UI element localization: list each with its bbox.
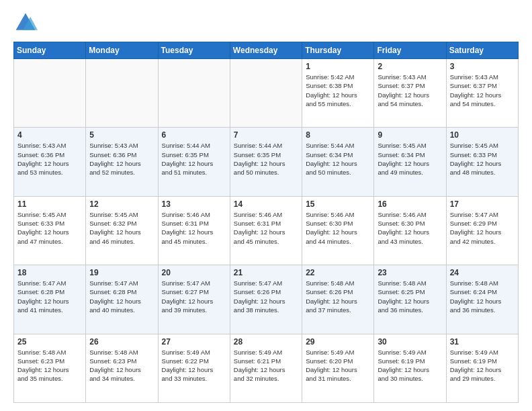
day-number: 2 [378, 62, 442, 71]
day-number: 23 [378, 268, 442, 277]
day-info: Sunrise: 5:49 AMSunset: 6:20 PMDaylight:… [306, 348, 370, 383]
day-info: Sunrise: 5:46 AMSunset: 6:30 PMDaylight:… [306, 210, 370, 246]
calendar-cell: 2Sunrise: 5:43 AMSunset: 6:37 PMDaylight… [374, 59, 446, 128]
day-info: Sunrise: 5:44 AMSunset: 6:34 PMDaylight:… [306, 141, 370, 177]
day-number: 10 [450, 130, 515, 140]
day-number: 9 [378, 130, 442, 140]
day-info: Sunrise: 5:44 AMSunset: 6:35 PMDaylight:… [234, 141, 298, 177]
calendar-cell: 3Sunrise: 5:43 AMSunset: 6:37 PMDaylight… [446, 59, 518, 128]
calendar-cell: 18Sunrise: 5:47 AMSunset: 6:28 PMDayligh… [14, 265, 86, 334]
day-info: Sunrise: 5:48 AMSunset: 6:23 PMDaylight:… [89, 348, 154, 383]
calendar-cell: 4Sunrise: 5:43 AMSunset: 6:36 PMDaylight… [14, 128, 86, 196]
day-info: Sunrise: 5:48 AMSunset: 6:25 PMDaylight:… [378, 279, 442, 314]
calendar-day-header: Wednesday [230, 42, 302, 59]
day-number: 20 [162, 268, 226, 277]
day-number: 19 [89, 268, 154, 277]
day-info: Sunrise: 5:45 AMSunset: 6:33 PMDaylight:… [17, 210, 82, 246]
calendar-cell [158, 59, 230, 128]
day-number: 7 [234, 130, 298, 140]
calendar-cell [86, 59, 158, 128]
day-number: 25 [17, 337, 82, 347]
calendar-cell: 20Sunrise: 5:47 AMSunset: 6:27 PMDayligh… [158, 265, 230, 334]
day-info: Sunrise: 5:48 AMSunset: 6:24 PMDaylight:… [450, 279, 515, 314]
calendar-cell: 28Sunrise: 5:49 AMSunset: 6:21 PMDayligh… [230, 334, 302, 402]
calendar-cell: 13Sunrise: 5:46 AMSunset: 6:31 PMDayligh… [158, 196, 230, 265]
day-info: Sunrise: 5:46 AMSunset: 6:30 PMDaylight:… [378, 210, 442, 246]
calendar-cell: 8Sunrise: 5:44 AMSunset: 6:34 PMDaylight… [302, 128, 374, 196]
calendar-cell: 16Sunrise: 5:46 AMSunset: 6:30 PMDayligh… [374, 196, 446, 265]
calendar-cell: 7Sunrise: 5:44 AMSunset: 6:35 PMDaylight… [230, 128, 302, 196]
calendar-week-row: 1Sunrise: 5:42 AMSunset: 6:38 PMDaylight… [14, 59, 519, 128]
calendar-week-row: 18Sunrise: 5:47 AMSunset: 6:28 PMDayligh… [14, 265, 519, 334]
calendar-cell: 6Sunrise: 5:44 AMSunset: 6:35 PMDaylight… [158, 128, 230, 196]
logo [13, 11, 40, 35]
day-number: 15 [306, 199, 370, 209]
day-info: Sunrise: 5:42 AMSunset: 6:38 PMDaylight:… [306, 73, 370, 108]
day-number: 30 [378, 337, 442, 347]
day-info: Sunrise: 5:49 AMSunset: 6:21 PMDaylight:… [234, 348, 298, 383]
day-number: 28 [234, 337, 298, 347]
day-number: 14 [234, 199, 298, 209]
calendar-week-row: 4Sunrise: 5:43 AMSunset: 6:36 PMDaylight… [14, 128, 519, 196]
page: SundayMondayTuesdayWednesdayThursdayFrid… [0, 0, 532, 411]
calendar-cell: 5Sunrise: 5:43 AMSunset: 6:36 PMDaylight… [86, 128, 158, 196]
day-info: Sunrise: 5:45 AMSunset: 6:33 PMDaylight:… [450, 141, 515, 177]
calendar-day-header: Sunday [14, 42, 86, 59]
day-info: Sunrise: 5:48 AMSunset: 6:26 PMDaylight:… [306, 279, 370, 314]
calendar-day-header: Tuesday [158, 42, 230, 59]
day-number: 13 [162, 199, 226, 209]
calendar-cell: 15Sunrise: 5:46 AMSunset: 6:30 PMDayligh… [302, 196, 374, 265]
calendar-cell: 12Sunrise: 5:45 AMSunset: 6:32 PMDayligh… [86, 196, 158, 265]
calendar-cell: 30Sunrise: 5:49 AMSunset: 6:19 PMDayligh… [374, 334, 446, 402]
calendar-cell: 9Sunrise: 5:45 AMSunset: 6:34 PMDaylight… [374, 128, 446, 196]
calendar-cell: 1Sunrise: 5:42 AMSunset: 6:38 PMDaylight… [302, 59, 374, 128]
day-number: 8 [306, 130, 370, 140]
calendar-header-row: SundayMondayTuesdayWednesdayThursdayFrid… [14, 42, 519, 59]
day-info: Sunrise: 5:49 AMSunset: 6:19 PMDaylight:… [450, 348, 515, 383]
calendar-week-row: 11Sunrise: 5:45 AMSunset: 6:33 PMDayligh… [14, 196, 519, 265]
day-info: Sunrise: 5:48 AMSunset: 6:23 PMDaylight:… [17, 348, 82, 383]
day-info: Sunrise: 5:47 AMSunset: 6:27 PMDaylight:… [162, 279, 226, 314]
calendar-cell: 25Sunrise: 5:48 AMSunset: 6:23 PMDayligh… [14, 334, 86, 402]
calendar-day-header: Monday [86, 42, 158, 59]
day-info: Sunrise: 5:43 AMSunset: 6:36 PMDaylight:… [89, 141, 154, 177]
day-number: 31 [450, 337, 515, 347]
calendar-cell: 10Sunrise: 5:45 AMSunset: 6:33 PMDayligh… [446, 128, 518, 196]
day-number: 29 [306, 337, 370, 347]
calendar-day-header: Friday [374, 42, 446, 59]
logo-icon [13, 11, 38, 35]
calendar-cell [230, 59, 302, 128]
day-number: 22 [306, 268, 370, 277]
calendar-cell: 19Sunrise: 5:47 AMSunset: 6:28 PMDayligh… [86, 265, 158, 334]
calendar-cell: 22Sunrise: 5:48 AMSunset: 6:26 PMDayligh… [302, 265, 374, 334]
day-info: Sunrise: 5:44 AMSunset: 6:35 PMDaylight:… [162, 141, 226, 177]
day-number: 16 [378, 199, 442, 209]
day-number: 12 [89, 199, 154, 209]
day-info: Sunrise: 5:46 AMSunset: 6:31 PMDaylight:… [234, 210, 298, 246]
calendar-cell [14, 59, 86, 128]
calendar-day-header: Thursday [302, 42, 374, 59]
day-info: Sunrise: 5:46 AMSunset: 6:31 PMDaylight:… [162, 210, 226, 246]
day-info: Sunrise: 5:47 AMSunset: 6:26 PMDaylight:… [234, 279, 298, 314]
day-number: 5 [89, 130, 154, 140]
calendar-cell: 14Sunrise: 5:46 AMSunset: 6:31 PMDayligh… [230, 196, 302, 265]
day-number: 6 [162, 130, 226, 140]
day-number: 26 [89, 337, 154, 347]
day-number: 1 [306, 62, 370, 71]
day-number: 21 [234, 268, 298, 277]
day-info: Sunrise: 5:47 AMSunset: 6:28 PMDaylight:… [17, 279, 82, 314]
header [13, 11, 519, 35]
calendar-cell: 23Sunrise: 5:48 AMSunset: 6:25 PMDayligh… [374, 265, 446, 334]
day-number: 27 [162, 337, 226, 347]
day-info: Sunrise: 5:49 AMSunset: 6:22 PMDaylight:… [162, 348, 226, 383]
day-info: Sunrise: 5:47 AMSunset: 6:28 PMDaylight:… [89, 279, 154, 314]
calendar-week-row: 25Sunrise: 5:48 AMSunset: 6:23 PMDayligh… [14, 334, 519, 402]
day-info: Sunrise: 5:45 AMSunset: 6:32 PMDaylight:… [89, 210, 154, 246]
day-number: 11 [17, 199, 82, 209]
day-number: 17 [450, 199, 515, 209]
calendar-cell: 24Sunrise: 5:48 AMSunset: 6:24 PMDayligh… [446, 265, 518, 334]
day-info: Sunrise: 5:43 AMSunset: 6:36 PMDaylight:… [17, 141, 82, 177]
day-number: 4 [17, 130, 82, 140]
calendar: SundayMondayTuesdayWednesdayThursdayFrid… [13, 42, 519, 403]
calendar-cell: 11Sunrise: 5:45 AMSunset: 6:33 PMDayligh… [14, 196, 86, 265]
